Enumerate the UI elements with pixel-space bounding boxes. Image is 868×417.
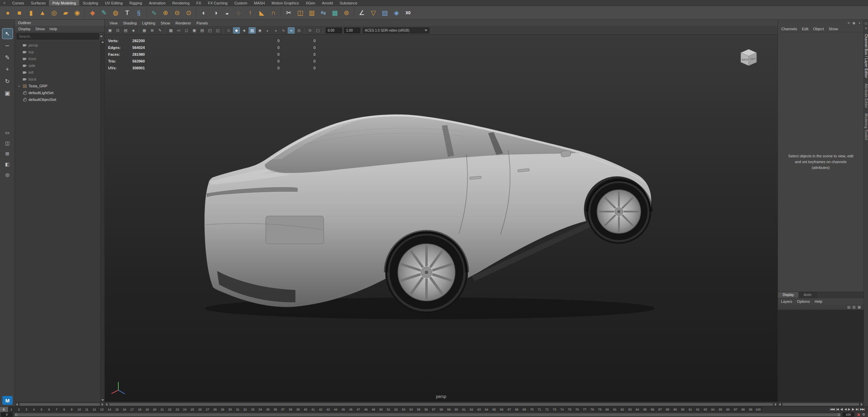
timeline-frame-26[interactable]: 26	[196, 407, 204, 412]
timeline-frame-56[interactable]: 56	[423, 407, 430, 412]
timeline-frame-28[interactable]: 28	[211, 407, 219, 412]
timeline-frame-61[interactable]: 61	[460, 407, 467, 412]
outliner-item-back[interactable]: back	[15, 76, 100, 83]
timeline-frame-3[interactable]: 3	[23, 407, 30, 412]
timeline-frame-1[interactable]: 1	[7, 407, 15, 412]
layout-single-pane[interactable]: ▭	[2, 128, 13, 137]
dock-icon[interactable]: ◱	[865, 22, 867, 25]
scroll-right-icon[interactable]	[861, 403, 863, 406]
shelf-tab-uv-editing[interactable]: UV Editing	[102, 0, 126, 6]
viewport-menu-shading[interactable]: Shading	[121, 21, 139, 25]
image-plane-icon[interactable]: ▦	[141, 27, 148, 34]
timeline-frame-50[interactable]: 50	[377, 407, 385, 412]
shelf-tab-rigging[interactable]: Rigging	[126, 0, 146, 6]
timeline-frame-31[interactable]: 31	[234, 407, 241, 412]
x-ray-icon[interactable]: ▢	[314, 27, 321, 34]
step-back-frame-button[interactable]: ◀|	[840, 408, 843, 411]
shelf-tab-poly-modeling[interactable]: Poly Modeling	[49, 0, 79, 6]
timeline-frame-48[interactable]: 48	[362, 407, 370, 412]
shelf-icon-smooth[interactable]: ◌	[234, 8, 244, 18]
timeline-frame-8[interactable]: 8	[61, 407, 68, 412]
timeline-frame-2[interactable]: 2	[15, 407, 22, 412]
timeline-frame-68[interactable]: 68	[513, 407, 521, 412]
timeline-frame-13[interactable]: 13	[98, 407, 105, 412]
outliner-item-defaultlightset[interactable]: defaultLightSet	[15, 89, 100, 96]
expand-icon[interactable]: +	[17, 84, 21, 88]
shelf-icon-extrude[interactable]: ↑	[245, 8, 255, 18]
shelf-menu-icon[interactable]: ≡	[0, 0, 9, 6]
shelf-tab-custom[interactable]: Custom	[231, 0, 251, 6]
shelf-icon-remesh[interactable]: ◈	[391, 8, 402, 18]
exposure-field[interactable]	[326, 28, 342, 33]
scroll-up-icon[interactable]	[101, 41, 104, 43]
current-frame-marker[interactable]: 0	[0, 407, 8, 412]
gate-mask-icon[interactable]: ▣	[191, 27, 198, 34]
lasso-tool[interactable]: ∽	[2, 40, 13, 51]
shelf-tab-fx[interactable]: FX	[193, 0, 205, 6]
isolate-select-icon[interactable]: ⊙	[306, 27, 313, 34]
timeline-ticks[interactable]: 0 01234567891011121314151617181920212223…	[0, 407, 762, 412]
channel-speed-icon[interactable]: ◑	[858, 21, 860, 25]
film-gate-icon[interactable]: ▭	[175, 27, 182, 34]
range-grip-right[interactable]	[838, 413, 840, 416]
shelf-tab-motion-graphics[interactable]: Motion Graphics	[268, 0, 302, 6]
timeline-frame-89[interactable]: 89	[671, 407, 679, 412]
shelf-tab-arnold[interactable]: Arnold	[319, 0, 336, 6]
scroll-track[interactable]	[782, 403, 860, 406]
camera-attributes-icon[interactable]: ▤	[122, 27, 129, 34]
timeline-frame-23[interactable]: 23	[173, 407, 181, 412]
field-chart-icon[interactable]: ▤	[199, 27, 206, 34]
scroll-left-icon[interactable]	[16, 403, 18, 406]
layout-four-panes[interactable]: ⊞	[2, 149, 13, 158]
timeline-frame-60[interactable]: 60	[453, 407, 460, 412]
scroll-thumb[interactable]	[782, 403, 859, 406]
search-filter-icon[interactable]	[100, 36, 103, 37]
timeline-frame-92[interactable]: 92	[694, 407, 701, 412]
timeline-frame-4[interactable]: 4	[30, 407, 38, 412]
timeline-frame-30[interactable]: 30	[226, 407, 234, 412]
use-all-lights-icon[interactable]: ◉	[256, 27, 263, 34]
outliner-menu-display[interactable]: Display	[18, 27, 31, 31]
timeline-frame-32[interactable]: 32	[241, 407, 249, 412]
play-backward-button[interactable]: ◀	[844, 408, 846, 411]
viewport-menu-show[interactable]: Show	[159, 21, 172, 25]
timeline-frame-96[interactable]: 96	[724, 407, 732, 412]
shelf-icon-boolean-intersection[interactable]: ◒	[222, 8, 232, 18]
timeline-frame-93[interactable]: 93	[701, 407, 709, 412]
timeline-frame-11[interactable]: 11	[83, 407, 90, 412]
shelf-icon-bevel[interactable]: ◣	[257, 8, 267, 18]
timeline-frame-10[interactable]: 10	[75, 407, 83, 412]
animation-preferences-icon[interactable]: ⚙	[862, 413, 865, 416]
shelf-tab-mash[interactable]: MASH	[251, 0, 268, 6]
select-camera-icon[interactable]: ▣	[106, 27, 114, 34]
outliner-menu-show[interactable]: Show	[35, 27, 45, 31]
go-to-end-button[interactable]: ▶▶|	[860, 408, 865, 411]
shelf-icon-poly-disc[interactable]: ◉	[72, 8, 82, 18]
timeline-frame-97[interactable]: 97	[732, 407, 739, 412]
shelf-icon-multi-cut[interactable]: ✂	[284, 8, 294, 18]
timeline-frame-27[interactable]: 27	[204, 407, 211, 412]
layer-new-from-selected-icon[interactable]: ▦	[858, 306, 861, 309]
layer-menu-layers[interactable]: Layers	[781, 299, 792, 303]
shelf-icon-sweep-mesh[interactable]: ∿	[149, 8, 159, 18]
layer-menu-options[interactable]: Options	[797, 299, 810, 303]
shelf-icon-combine[interactable]: ⊕	[160, 8, 171, 18]
timeline-frame-43[interactable]: 43	[324, 407, 332, 412]
timeline-frame-79[interactable]: 79	[596, 407, 603, 412]
scale-tool[interactable]: ▣	[2, 88, 13, 98]
timeline-frame-47[interactable]: 47	[355, 407, 362, 412]
shelf-tab-sculpting[interactable]: Sculpting	[79, 0, 101, 6]
timeline-frame-85[interactable]: 85	[641, 407, 649, 412]
shelf-icon-boolean-union[interactable]: ◐	[199, 8, 209, 18]
timeline-frame-42[interactable]: 42	[317, 407, 324, 412]
timeline-frame-54[interactable]: 54	[407, 407, 415, 412]
range-thumb[interactable]	[15, 413, 840, 416]
timeline-frame-98[interactable]: 98	[739, 407, 747, 412]
timeline-frame-15[interactable]: 15	[113, 407, 121, 412]
timeline-frame-100[interactable]: 100	[754, 407, 762, 412]
shelf-icon-poly-cylinder[interactable]: ▮	[26, 8, 36, 18]
timeline-frame-83[interactable]: 83	[626, 407, 634, 412]
timeline-frame-67[interactable]: 67	[506, 407, 513, 412]
timeline-frame-57[interactable]: 57	[430, 407, 438, 412]
timeline-frame-25[interactable]: 25	[189, 407, 196, 412]
